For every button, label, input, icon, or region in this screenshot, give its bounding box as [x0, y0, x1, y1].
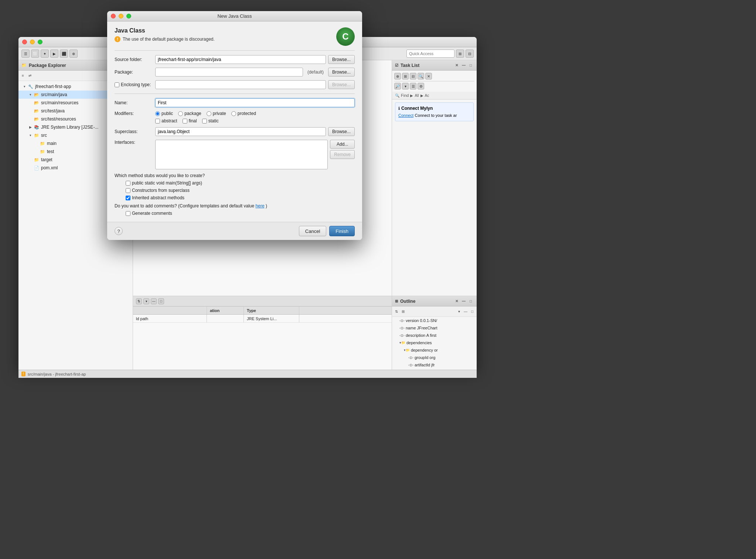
interfaces-remove-btn[interactable]: Remove [330, 150, 355, 159]
modifier-abstract-check[interactable] [155, 119, 160, 123]
task-list-minimize[interactable]: — [461, 62, 467, 68]
modifier-public[interactable]: public [155, 111, 173, 116]
task-filter-btn1[interactable]: 🔎 [394, 83, 401, 89]
modifier-private[interactable]: private [207, 111, 226, 116]
filter-btn[interactable]: ▾ [143, 298, 149, 304]
modifier-static[interactable]: static [202, 118, 219, 123]
link-btn[interactable]: ⇌ [27, 73, 33, 79]
enclosing-type-browse-btn[interactable]: Browse... [328, 80, 355, 89]
collapse-all-btn[interactable]: ≡ [20, 73, 26, 79]
comments-link[interactable]: here [256, 203, 265, 209]
folder-icon: 📁 [39, 140, 46, 147]
task-toolbar-btn1[interactable]: ⊕ [394, 73, 401, 79]
package-browse-btn[interactable]: Browse... [328, 68, 355, 77]
toolbar-build-btn[interactable]: ✦ [41, 50, 49, 58]
source-folder-label: Source folder: [115, 57, 155, 62]
dialog-traffic-lights [111, 14, 131, 18]
modifier-protected-radio[interactable] [231, 111, 236, 116]
perspective-btn[interactable]: ⊞ [456, 50, 464, 58]
find-separator2: ▶ [420, 94, 423, 98]
superclass-browse-btn[interactable]: Browse... [328, 127, 355, 136]
task-list-close[interactable]: ✕ [454, 62, 460, 68]
stub-inherited[interactable]: Inherited abstract methods [126, 195, 355, 200]
dialog-header-section: Java Class ! The use of the default pack… [115, 27, 355, 46]
task-toolbar-btn4[interactable]: 🔍 [418, 73, 424, 79]
modifier-abstract[interactable]: abstract [155, 118, 177, 123]
dialog-body: Java Class ! The use of the default pack… [107, 21, 362, 222]
close-button[interactable] [22, 40, 27, 44]
toolbar-new-btn[interactable]: ☰ [21, 50, 30, 58]
name-input[interactable] [155, 98, 355, 107]
cancel-button[interactable]: Cancel [299, 226, 326, 236]
toolbar-open-btn[interactable]: ⬜ [31, 50, 39, 58]
finish-button[interactable]: Finish [329, 226, 355, 236]
stub-constructors-check[interactable] [126, 188, 130, 193]
stub-main[interactable]: public static void main(String[] args) [126, 180, 355, 186]
source-folder-input[interactable] [155, 55, 326, 64]
interfaces-row: Interfaces: Add... Remove [115, 140, 355, 169]
modifier-package[interactable]: package [178, 111, 201, 116]
outline-item[interactable]: ▾📁 dependencies [392, 339, 477, 346]
modifier-protected[interactable]: protected [231, 111, 256, 116]
modifier-final[interactable]: final [183, 118, 197, 123]
minimize-button[interactable] [30, 40, 35, 44]
outline-max-btn[interactable]: □ [469, 309, 475, 315]
modifier-package-radio[interactable] [178, 111, 183, 116]
dialog-minimize-btn[interactable] [119, 14, 123, 18]
task-toolbar-btn3[interactable]: ⊟ [410, 73, 416, 79]
maximize-button[interactable] [38, 40, 42, 44]
outline-minimize-btn[interactable]: — [461, 298, 467, 304]
outline-menu-btn[interactable]: ▾ [456, 309, 462, 315]
outline-item[interactable]: ◁▷ version 0.0.1-SN/ [392, 317, 477, 324]
outline-item[interactable]: ◁▷ artifactId jfr [392, 361, 477, 369]
task-filter-btn4[interactable]: ⚙ [418, 83, 424, 89]
generate-comments-check[interactable] [126, 211, 130, 216]
folder-icon: 📁 [33, 132, 40, 139]
outline-item-label: artifactId jfr [415, 363, 435, 367]
toolbar-stop-btn[interactable]: ⬛ [60, 50, 68, 58]
interfaces-textarea[interactable] [155, 140, 328, 169]
package-input[interactable] [155, 68, 303, 77]
outline-pin-btn[interactable]: — [463, 309, 469, 315]
task-toolbar-btn5[interactable]: ✕ [425, 73, 432, 79]
outline-item-label: description A first [406, 333, 436, 338]
quick-access-input[interactable] [406, 50, 454, 58]
cell-1: ld path [133, 315, 207, 322]
stub-inherited-check[interactable] [126, 196, 130, 200]
sort-btn[interactable]: ⇅ [136, 298, 142, 304]
outline-item[interactable]: ▾📁 dependency or [392, 346, 477, 354]
connect-link[interactable]: Connect [398, 113, 413, 118]
outline-maximize-btn[interactable]: □ [468, 298, 474, 304]
outline-btn1[interactable]: ⇅ [394, 309, 399, 315]
modifier-public-radio[interactable] [155, 111, 160, 116]
toolbar-run-btn[interactable]: ▶ [50, 50, 58, 58]
enclosing-type-input[interactable] [155, 80, 326, 89]
layout-btn[interactable]: ⊟ [466, 50, 474, 58]
interfaces-add-btn[interactable]: Add... [330, 140, 355, 149]
task-toolbar-btn2[interactable]: ⊞ [402, 73, 409, 79]
outline-item[interactable]: ◁▷ name JFreeChart [392, 324, 477, 332]
stub-constructors[interactable]: Constructors from superclass [126, 188, 355, 193]
dialog-maximize-btn[interactable] [126, 14, 131, 18]
expand-btn[interactable]: □ [158, 298, 164, 304]
toolbar-debug-btn[interactable]: ⊕ [69, 50, 78, 58]
source-folder-browse-btn[interactable]: Browse... [328, 55, 355, 64]
outline-btn2[interactable]: ⊞ [400, 309, 406, 315]
outline-close-btn[interactable]: ✕ [454, 298, 460, 304]
stub-main-check[interactable] [126, 181, 130, 186]
enclosing-type-checkbox[interactable] [115, 82, 119, 87]
dialog-close-btn[interactable] [111, 14, 116, 18]
task-list-maximize[interactable]: □ [468, 62, 474, 68]
superclass-input[interactable] [155, 127, 326, 136]
outline-item[interactable]: ◁▷ description A first [392, 332, 477, 339]
help-button[interactable]: ? [115, 227, 123, 235]
task-filter-btn2[interactable]: ▾ [402, 83, 409, 89]
outline-item[interactable]: ◁▷ groupId org [392, 354, 477, 361]
generate-comments[interactable]: Generate comments [126, 211, 355, 216]
modifier-private-radio[interactable] [207, 111, 211, 116]
modifier-final-check[interactable] [183, 119, 187, 123]
collapse-btn[interactable]: — [151, 298, 157, 304]
modifier-static-check[interactable] [202, 119, 207, 123]
find-separator: ▶ [410, 94, 413, 98]
task-filter-btn3[interactable]: ☰ [410, 83, 416, 89]
